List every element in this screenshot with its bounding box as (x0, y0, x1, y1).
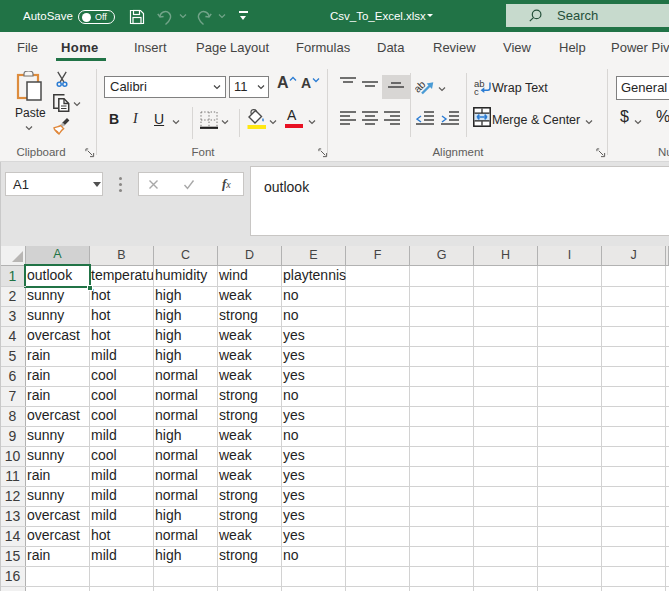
svg-text:ab: ab (415, 78, 428, 95)
svg-text:c: c (474, 86, 479, 97)
